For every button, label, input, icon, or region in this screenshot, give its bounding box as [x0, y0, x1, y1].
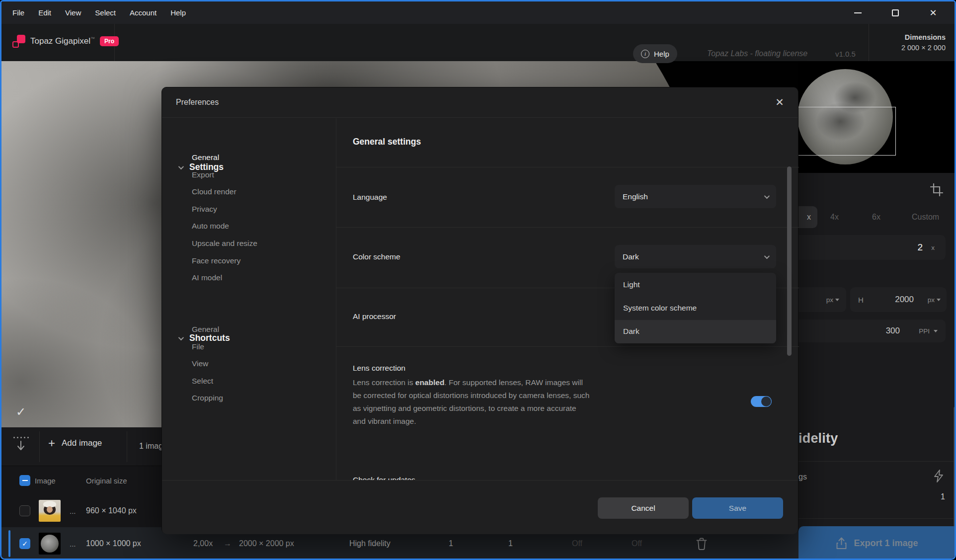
- preferences-dialog: Preferences ✕ Settings General Export Cl…: [161, 87, 798, 534]
- dialog-sidebar: Settings General Export Cloud render Pri…: [162, 118, 336, 534]
- chevron-down-icon: [835, 299, 839, 301]
- sidebar-item-shortcuts-view[interactable]: View: [192, 355, 223, 373]
- sidebar-item-shortcuts-select[interactable]: Select: [192, 373, 223, 390]
- sidebar-item-general[interactable]: General: [192, 149, 257, 166]
- height-unit: px: [928, 296, 935, 304]
- section-divider: [336, 167, 799, 167]
- cancel-button[interactable]: Cancel: [598, 497, 689, 519]
- dropdown-option-dark[interactable]: Dark: [615, 320, 776, 343]
- dialog-close-button[interactable]: ✕: [772, 95, 787, 110]
- app-logo: Topaz Gigapixel™ Pro: [12, 35, 119, 48]
- menu-file[interactable]: File: [12, 8, 24, 17]
- crop-icon[interactable]: [930, 183, 943, 196]
- dimensions-value: 2 000 × 2 000: [901, 44, 946, 52]
- ppi-value: 300: [886, 326, 900, 336]
- sidebar-item-face-recovery[interactable]: Face recovery: [192, 252, 257, 270]
- maximize-button[interactable]: [888, 5, 903, 20]
- panel-divider: [798, 518, 956, 519]
- selected-row-bar: [8, 530, 10, 557]
- menu-select[interactable]: Select: [95, 8, 116, 17]
- lens-correction-toggle[interactable]: [751, 396, 772, 407]
- clipped-next-section-label: Check for updates: [353, 476, 415, 480]
- sidebar-item-shortcuts-file[interactable]: File: [192, 338, 223, 356]
- sidebar-item-auto-mode[interactable]: Auto mode: [192, 218, 257, 235]
- export-icon: [836, 537, 847, 550]
- height-field[interactable]: H 2000 px: [850, 287, 947, 312]
- trademark: ™: [90, 36, 95, 41]
- pro-badge: Pro: [100, 36, 119, 46]
- ppi-unit-select[interactable]: PPI: [919, 327, 938, 335]
- scale-segment-4x[interactable]: 4x: [830, 206, 839, 228]
- menu-view[interactable]: View: [65, 8, 81, 17]
- off1-cell: Off: [572, 539, 582, 548]
- menu-help[interactable]: Help: [170, 8, 186, 17]
- scale-segment-6x[interactable]: 6x: [872, 206, 880, 228]
- close-icon: ✕: [929, 8, 937, 17]
- filename-ellipsis: ...: [70, 540, 76, 548]
- chevron-down-icon: [937, 299, 941, 301]
- scale-value: 2: [917, 242, 923, 253]
- row-checkbox[interactable]: [19, 505, 30, 516]
- scale-segment-custom[interactable]: Custom: [912, 206, 939, 228]
- shortcuts-items: General File View Select Cropping: [192, 321, 223, 407]
- row-divider: [336, 346, 799, 347]
- menu-account[interactable]: Account: [130, 8, 157, 17]
- sidebar-item-cloud-render[interactable]: Cloud render: [192, 183, 257, 201]
- height-unit-select[interactable]: px: [928, 296, 941, 304]
- language-label: Language: [353, 193, 387, 202]
- dropdown-option-light[interactable]: Light: [615, 273, 776, 296]
- export-button[interactable]: Export 1 image: [798, 526, 956, 560]
- save-button[interactable]: Save: [692, 497, 783, 519]
- settings-items: General Export Cloud render Privacy Auto…: [192, 149, 257, 287]
- dropdown-option-system[interactable]: System color scheme: [615, 296, 776, 320]
- original-size-cell: 1000 × 1000 px: [86, 539, 141, 548]
- dialog-footer: Cancel Save: [162, 480, 798, 534]
- sidebar-item-shortcuts-general[interactable]: General: [192, 321, 223, 338]
- scale-segment-row: x 4x 6x Custom: [798, 206, 956, 228]
- sidebar-item-ai-model[interactable]: AI model: [192, 269, 257, 287]
- settings-header-fragment: gs: [798, 473, 807, 481]
- image-thumbnail: [39, 500, 61, 522]
- chevron-down-icon: [178, 334, 184, 340]
- sidebar-item-privacy[interactable]: Privacy: [192, 201, 257, 218]
- width-field[interactable]: 000 px: [798, 287, 846, 312]
- minimize-button[interactable]: [850, 5, 865, 20]
- toolbar-divider: [39, 431, 40, 462]
- value2-cell: 1: [508, 539, 513, 548]
- navigator-viewport-rect[interactable]: [798, 107, 896, 156]
- color-scheme-label: Color scheme: [353, 252, 400, 261]
- export-button-label: Export 1 image: [854, 538, 918, 549]
- ppi-field[interactable]: 300 PPI: [798, 320, 946, 342]
- chevron-down-icon: [934, 330, 938, 332]
- height-label: H: [858, 296, 864, 304]
- scale-value-field[interactable]: 2 x: [798, 235, 946, 260]
- collapse-panel-icon[interactable]: [10, 437, 31, 457]
- chevron-down-icon: [178, 163, 184, 169]
- off2-cell: Off: [632, 539, 642, 548]
- width-unit-select[interactable]: px: [826, 296, 839, 304]
- language-select[interactable]: English: [615, 185, 776, 208]
- canvas-check-icon[interactable]: ✓: [9, 400, 32, 423]
- enabled-emphasis: enabled: [415, 378, 445, 387]
- select-all-checkbox[interactable]: [19, 475, 30, 486]
- sidebar-item-upscale-and-resize[interactable]: Upscale and resize: [192, 235, 257, 252]
- menu-edit[interactable]: Edit: [38, 8, 51, 17]
- navigator-preview[interactable]: [798, 61, 956, 173]
- model-name-fragment: idelity: [798, 431, 838, 446]
- scale-segment-selected[interactable]: x: [798, 206, 817, 228]
- dialog-scrollbar[interactable]: [787, 166, 792, 356]
- lightning-bolt-icon[interactable]: [933, 470, 944, 482]
- menu-bar: File Edit View Select Account Help ✕: [1, 1, 955, 24]
- close-button[interactable]: ✕: [926, 5, 941, 20]
- help-button[interactable]: i Help: [633, 44, 677, 63]
- delete-button[interactable]: [696, 537, 707, 550]
- dialog-header: Preferences ✕: [162, 87, 798, 118]
- color-scheme-select[interactable]: Dark: [615, 245, 776, 268]
- row-checkbox[interactable]: ✓: [19, 538, 30, 549]
- add-image-button[interactable]: + Add image: [48, 437, 102, 449]
- topaz-logo-icon: [12, 35, 25, 48]
- sidebar-item-export[interactable]: Export: [192, 166, 257, 184]
- drag-dots-icon: [13, 437, 29, 438]
- sidebar-item-shortcuts-cropping[interactable]: Cropping: [192, 390, 223, 407]
- value1-cell: 1: [449, 539, 453, 548]
